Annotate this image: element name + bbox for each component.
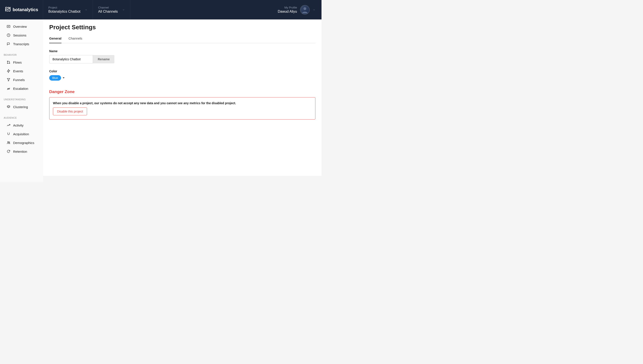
danger-zone-text: When you disable a project, our systems … [53,102,312,105]
channel-selector-label: Channel [98,6,118,9]
sidebar-item-label: Escalation [13,87,28,90]
flows-icon [7,60,11,64]
profile-menu[interactable]: My Profile Dawud Aliyu [272,5,322,15]
sidebar-item-label: Acquisition [13,132,29,136]
project-selector-label: Project [48,6,81,9]
svg-point-5 [7,63,8,64]
chevron-down-icon [313,8,315,11]
funnel-icon [7,78,11,82]
chat-icon [7,42,11,46]
brand-name: botanalytics [13,7,38,12]
channel-selector-value: All Channels [98,10,118,14]
trend-icon [7,123,11,127]
sidebar-item-label: Events [13,69,23,73]
chevron-down-icon [85,8,88,11]
escalation-icon [7,86,11,90]
sidebar-item-label: Activity [13,124,24,127]
profile-name: Dawud Aliyu [278,10,297,14]
svg-marker-7 [7,105,10,107]
sidebar-item-label: Overview [13,25,27,28]
sidebar-item-flows[interactable]: Flows [0,58,43,67]
caret-down-icon [63,77,65,78]
layers-icon [7,105,11,109]
clock-icon [7,33,11,37]
sidebar-item-activity[interactable]: Activity [0,121,43,130]
svg-point-10 [8,142,9,143]
channel-selector[interactable]: Channel All Channels [93,0,130,20]
profile-label: My Profile [284,6,297,9]
svg-point-11 [9,142,10,143]
bolt-icon [7,69,11,73]
sidebar-item-label: Demographics [13,141,34,145]
color-chip: Blue [49,75,61,80]
name-label: Name [49,50,315,53]
danger-zone-title: Danger Zone [49,89,315,94]
magnet-icon [7,132,11,136]
sidebar-item-overview[interactable]: Overview [0,22,43,31]
overview-icon [7,24,11,28]
refresh-icon [7,150,11,154]
users-icon [7,141,11,145]
sidebar-item-funnels[interactable]: Funnels [0,76,43,84]
svg-point-0 [303,7,306,10]
main-content: Project Settings General Channels Name R… [43,20,322,176]
sidebar-item-events[interactable]: Events [0,67,43,76]
sidebar-item-label: Retention [13,150,27,154]
sidebar-item-escalation[interactable]: Escalation [0,84,43,93]
sidebar-item-label: Clustering [13,105,28,109]
rename-button[interactable]: Rename [93,55,114,63]
sidebar-item-label: Transcripts [13,42,29,46]
project-selector[interactable]: Project Botanalytics Chatbot [43,0,93,20]
page-title: Project Settings [49,24,315,31]
svg-point-4 [9,63,10,64]
sidebar-item-label: Funnels [13,78,25,82]
danger-zone: When you disable a project, our systems … [49,97,315,120]
project-name-input[interactable] [49,55,93,63]
svg-point-3 [7,61,8,62]
sidebar-item-acquisition[interactable]: Acquisition [0,130,43,138]
sidebar-item-demographics[interactable]: Demographics [0,138,43,147]
avatar [300,5,310,15]
settings-tabs: General Channels [49,36,315,43]
sidebar-item-clustering[interactable]: Clustering [0,102,43,111]
logo[interactable]: botanalytics [0,0,43,20]
tab-general[interactable]: General [49,36,62,43]
sidebar-item-retention[interactable]: Retention [0,147,43,156]
color-label: Color [49,70,315,73]
tab-channels[interactable]: Channels [69,36,82,43]
project-selector-value: Botanalytics Chatbot [48,10,81,14]
topbar: botanalytics Project Botanalytics Chatbo… [0,0,322,20]
color-selector[interactable]: Blue [49,75,65,80]
sidebar: Overview Sessions Transcripts BEHAVIOR F… [0,20,43,182]
sidebar-item-label: Sessions [13,34,27,37]
disable-project-button[interactable]: Disable this project [53,108,87,115]
sidebar-item-sessions[interactable]: Sessions [0,31,43,40]
logo-icon [5,6,11,13]
sidebar-section-behavior: BEHAVIOR [0,48,43,58]
sidebar-item-label: Flows [13,60,22,64]
chevron-down-icon [122,8,125,11]
sidebar-item-transcripts[interactable]: Transcripts [0,40,43,48]
sidebar-section-audience: AUDIENCE [0,111,43,121]
sidebar-section-understanding: UNDERSTANDING [0,93,43,102]
svg-marker-6 [7,70,10,73]
